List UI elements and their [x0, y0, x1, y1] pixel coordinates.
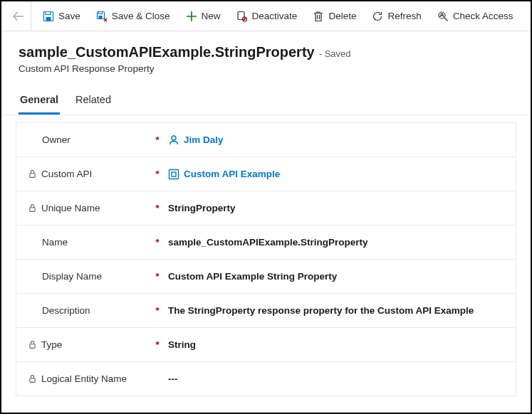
value-type: String	[168, 339, 196, 350]
save-icon	[43, 11, 54, 22]
svg-rect-9	[30, 174, 35, 178]
field-custom-api[interactable]: Custom API * Custom API Example	[16, 157, 516, 191]
plus-icon	[186, 11, 197, 22]
save-label: Save	[58, 11, 80, 21]
value-unique-name: StringProperty	[168, 203, 236, 213]
check-access-label: Check Access	[453, 11, 513, 21]
delete-button[interactable]: Delete	[306, 4, 363, 29]
page-header: sample_CustomAPIExample.StringProperty -…	[1, 31, 531, 78]
svg-rect-4	[238, 11, 244, 19]
page-title: sample_CustomAPIExample.StringProperty	[19, 44, 315, 60]
refresh-button[interactable]: Refresh	[365, 4, 428, 29]
person-icon	[168, 134, 179, 146]
svg-rect-14	[30, 378, 35, 383]
deactivate-icon	[236, 11, 248, 22]
delete-label: Delete	[328, 11, 356, 21]
lock-icon	[28, 169, 37, 179]
field-type[interactable]: Type * String	[16, 328, 516, 362]
deactivate-label: Deactivate	[252, 11, 298, 21]
required-marker: *	[152, 271, 162, 282]
value-display-name: Custom API Example String Property	[168, 271, 337, 282]
required-marker: *	[152, 203, 162, 213]
save-button[interactable]: Save	[36, 4, 88, 29]
form: Owner * Jim Daly Custom API * Custom API…	[1, 115, 531, 396]
svg-rect-11	[172, 172, 176, 176]
required-marker: *	[152, 237, 162, 248]
deactivate-button[interactable]: Deactivate	[229, 4, 305, 29]
required-marker: *	[152, 305, 162, 316]
svg-rect-13	[30, 344, 35, 349]
lock-icon	[28, 203, 37, 213]
tabs: General Related	[1, 78, 531, 115]
required-marker: *	[152, 339, 162, 350]
back-button[interactable]	[6, 1, 31, 31]
field-unique-name[interactable]: Unique Name * StringProperty	[16, 191, 516, 225]
save-status: - Saved	[319, 48, 351, 59]
field-description[interactable]: Description * The StringProperty respons…	[16, 294, 516, 328]
svg-rect-1	[46, 17, 51, 21]
entity-subtitle: Custom API Response Property	[19, 63, 513, 74]
tab-related[interactable]: Related	[74, 90, 113, 115]
save-close-button[interactable]: Save & Close	[89, 4, 177, 29]
label-logical-entity-name: Logical Entity Name	[41, 373, 127, 384]
label-name: Name	[42, 237, 68, 248]
value-owner[interactable]: Jim Daly	[184, 134, 224, 145]
tab-related-label: Related	[75, 94, 111, 105]
trash-icon	[313, 11, 324, 22]
save-close-label: Save & Close	[112, 11, 170, 21]
required-marker: *	[152, 134, 162, 145]
svg-rect-12	[30, 208, 35, 212]
field-display-name[interactable]: Display Name * Custom API Example String…	[16, 260, 516, 294]
required-marker: *	[152, 169, 162, 179]
label-description: Description	[42, 305, 90, 316]
tab-general[interactable]: General	[19, 90, 60, 115]
check-access-button[interactable]: Check Access	[430, 4, 521, 29]
new-button[interactable]: New	[179, 4, 228, 29]
new-label: New	[202, 11, 221, 21]
check-access-icon	[437, 11, 449, 22]
back-arrow-icon	[13, 11, 24, 22]
svg-rect-3	[98, 16, 102, 19]
refresh-icon	[372, 11, 383, 22]
value-custom-api[interactable]: Custom API Example	[184, 169, 280, 179]
value-description: The StringProperty response property for…	[168, 305, 474, 316]
svg-rect-10	[169, 169, 179, 179]
label-custom-api: Custom API	[41, 169, 92, 179]
save-close-icon	[96, 11, 108, 22]
lock-icon	[28, 374, 37, 383]
field-owner[interactable]: Owner * Jim Daly	[16, 123, 516, 157]
label-display-name: Display Name	[42, 271, 102, 282]
field-logical-entity-name[interactable]: Logical Entity Name ---	[16, 362, 516, 396]
tab-general-label: General	[20, 94, 58, 105]
label-type: Type	[41, 339, 62, 350]
refresh-label: Refresh	[387, 11, 421, 21]
lock-icon	[28, 340, 37, 349]
svg-point-8	[172, 136, 176, 140]
lookup-entity-icon	[168, 169, 179, 180]
label-owner: Owner	[42, 134, 71, 145]
toolbar: Save Save & Close New Deactivate Delete …	[1, 1, 531, 31]
value-logical-entity-name: ---	[168, 373, 178, 384]
field-name[interactable]: Name * sample_CustomAPIExample.StringPro…	[16, 225, 516, 260]
value-name: sample_CustomAPIExample.StringProperty	[168, 237, 368, 248]
label-unique-name: Unique Name	[41, 203, 100, 213]
